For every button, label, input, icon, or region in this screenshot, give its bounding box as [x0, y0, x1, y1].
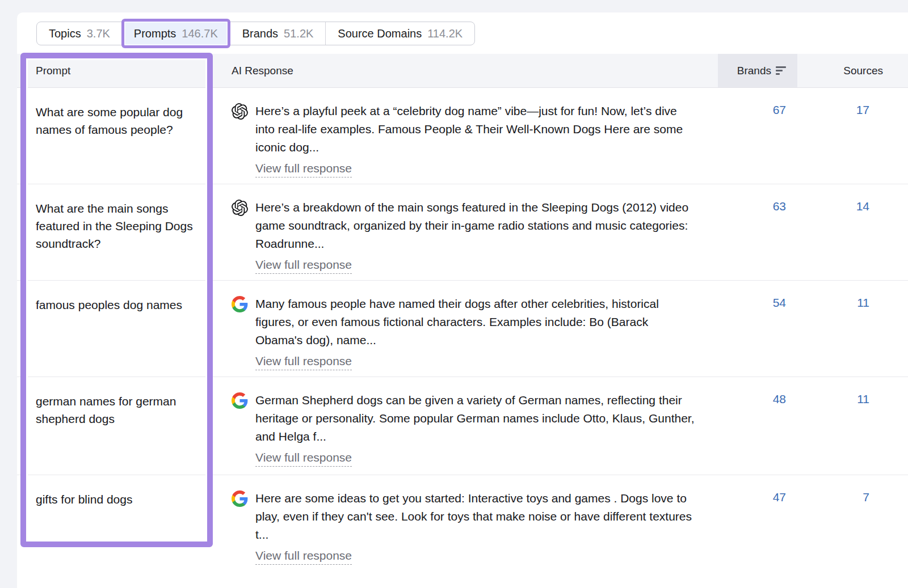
ai-response-text: German Shepherd dogs can be given a vari… [255, 391, 695, 446]
ai-response-body: Here are some ideas to get you started: … [255, 489, 695, 588]
google-icon [232, 392, 248, 409]
brands-count-cell: 47 [718, 475, 797, 588]
prompt-cell: gifts for blind dogs [17, 475, 213, 588]
tab-prompts[interactable]: Prompts 146.7K [121, 19, 230, 48]
sources-count-cell: 11 [797, 281, 908, 377]
table-row: german names for german shepherd dogs Ge… [17, 377, 908, 475]
sources-count-cell: 17 [797, 88, 908, 184]
google-icon [232, 490, 248, 507]
ai-response-body: German Shepherd dogs can be given a vari… [255, 391, 695, 475]
ai-response-cell: Here’s a playful peek at a “celebrity do… [213, 88, 718, 184]
sort-descending-icon [776, 66, 786, 75]
tab-brands[interactable]: Brands 51.2K [230, 22, 326, 45]
view-full-response-link[interactable]: View full response [255, 451, 352, 467]
content-card: Topics 3.7K Prompts 146.7K Brands 51.2K … [17, 12, 908, 588]
ai-response-cell: Here’s a breakdown of the main songs fea… [213, 184, 718, 280]
ai-response-cell: German Shepherd dogs can be given a vari… [213, 377, 718, 475]
ai-response-body: Many famous people have named their dogs… [255, 295, 695, 377]
sources-count-cell: 11 [797, 377, 908, 475]
column-header-brands[interactable]: Brands [718, 54, 797, 87]
view-full-response-link[interactable]: View full response [255, 162, 352, 177]
openai-icon [232, 200, 248, 216]
brands-count-link[interactable]: 54 [773, 296, 786, 309]
ai-response-cell: Many famous people have named their dogs… [213, 281, 718, 377]
column-header-sources-label: Sources [843, 65, 883, 77]
table-row: famous peoples dog names Many famous peo… [17, 281, 908, 377]
view-full-response-link[interactable]: View full response [255, 258, 352, 274]
entity-tabbar: Topics 3.7K Prompts 146.7K Brands 51.2K … [36, 22, 475, 45]
column-header-brands-label: Brands [737, 65, 771, 77]
tab-brands-count: 51.2K [284, 27, 313, 40]
ai-response-text: Many famous people have named their dogs… [255, 295, 695, 349]
tab-topics-label: Topics [49, 27, 81, 40]
sources-count-link[interactable]: 17 [856, 103, 869, 116]
tab-prompts-count: 146.7K [182, 27, 217, 40]
tab-source-domains-label: Source Domains [338, 27, 422, 40]
brands-count-cell: 54 [718, 281, 797, 377]
sources-count-cell: 7 [797, 475, 908, 588]
column-header-ai-response-label: AI Response [232, 65, 293, 77]
openai-icon [232, 103, 248, 120]
tab-source-domains[interactable]: Source Domains 114.2K [325, 22, 474, 45]
table-row: gifts for blind dogs Here are some ideas… [17, 475, 908, 588]
prompt-cell: What are the main songs featured in the … [17, 184, 213, 280]
sources-count-link[interactable]: 14 [856, 200, 869, 213]
sources-count-link[interactable]: 11 [857, 296, 869, 309]
brands-count-link[interactable]: 48 [773, 392, 786, 405]
table-row: What are some popular dog names of famou… [17, 88, 908, 184]
brands-count-link[interactable]: 47 [773, 490, 786, 504]
ai-response-text: Here’s a playful peek at a “celebrity do… [255, 102, 695, 156]
brands-count-link[interactable]: 67 [773, 103, 786, 116]
column-header-ai-response: AI Response [213, 54, 718, 87]
sources-count-cell: 14 [797, 184, 908, 280]
prompt-cell: german names for german shepherd dogs [17, 377, 213, 475]
brands-count-cell: 63 [718, 184, 797, 280]
column-header-sources[interactable]: Sources [797, 54, 908, 87]
sources-count-link[interactable]: 7 [863, 490, 869, 504]
tab-brands-label: Brands [242, 27, 278, 40]
brands-count-cell: 67 [718, 88, 797, 184]
column-header-prompt-label: Prompt [36, 65, 70, 77]
brands-count-cell: 48 [718, 377, 797, 475]
column-header-prompt: Prompt [17, 54, 213, 87]
brands-count-link[interactable]: 63 [773, 200, 786, 213]
prompt-cell: What are some popular dog names of famou… [17, 88, 213, 184]
table-row: What are the main songs featured in the … [17, 184, 908, 281]
prompt-cell: famous peoples dog names [17, 281, 213, 377]
view-full-response-link[interactable]: View full response [255, 549, 352, 565]
table-header: Prompt AI Response Brands Sources [17, 54, 908, 88]
ai-response-text: Here are some ideas to get you started: … [255, 489, 695, 544]
sources-count-link[interactable]: 11 [857, 392, 869, 405]
tab-topics[interactable]: Topics 3.7K [37, 22, 122, 45]
ai-response-cell: Here are some ideas to get you started: … [213, 475, 718, 588]
view-full-response-link[interactable]: View full response [255, 354, 352, 370]
ai-response-text: Here’s a breakdown of the main songs fea… [255, 198, 695, 253]
google-icon [232, 296, 248, 312]
ai-response-body: Here’s a playful peek at a “celebrity do… [255, 102, 695, 184]
tab-prompts-label: Prompts [134, 27, 176, 40]
tab-topics-count: 3.7K [87, 27, 110, 40]
tab-source-domains-count: 114.2K [427, 27, 463, 40]
ai-response-body: Here’s a breakdown of the main songs fea… [255, 198, 695, 280]
table-body: What are some popular dog names of famou… [17, 88, 908, 588]
